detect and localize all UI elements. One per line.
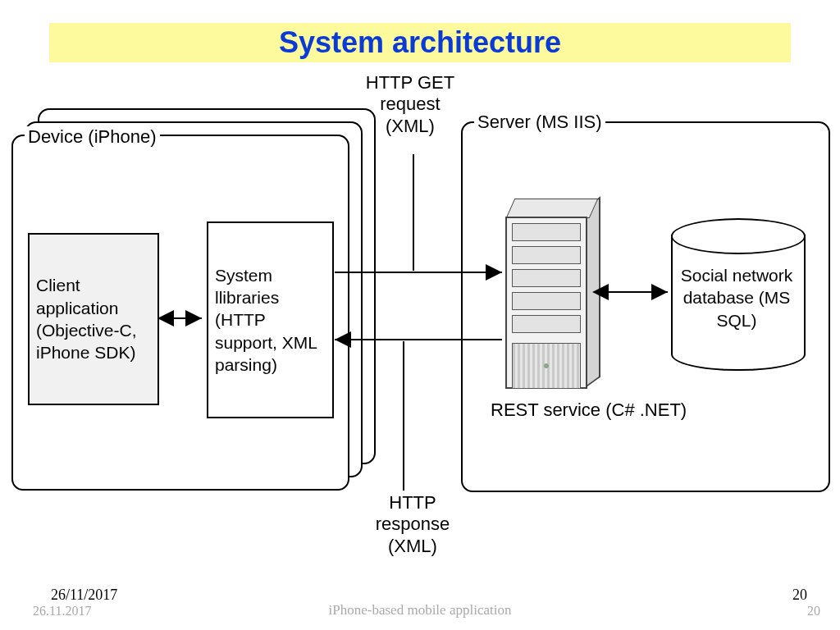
rest-service-label: REST service (C# .NET) [491,399,687,422]
footer-date-top: 26/11/2017 [51,587,117,604]
server-legend: Server (MS IIS) [474,112,605,133]
client-application-label: Client application (Objective-C, iPhone … [36,274,151,363]
device-legend: Device (iPhone) [25,126,160,148]
system-libraries-label: System llibraries (HTTP support, XML par… [215,264,326,376]
database-icon: Social network database (MS SQL) [671,218,802,369]
http-response-label: HTTP response (XML) [359,492,466,557]
architecture-diagram: Device (iPhone) Client application (Obje… [11,108,829,535]
title-bar: System architecture [49,23,791,62]
footer-page-bottom: 20 [807,604,820,619]
http-get-label: HTTP GET request (XML) [361,72,459,137]
server-group: Server (MS IIS) REST service (C# .NET) S… [461,121,830,492]
footer-title: iPhone-based mobile application [0,602,840,619]
slide-title: System architecture [279,25,561,59]
client-application-box: Client application (Objective-C, iPhone … [28,233,159,405]
footer-page-top: 20 [792,587,807,604]
server-tower-icon [505,199,597,387]
system-libraries-box: System llibraries (HTTP support, XML par… [207,221,334,418]
database-label: Social network database (MS SQL) [671,264,802,331]
device-frame-front: Device (iPhone) Client application (Obje… [11,135,349,491]
slide: System architecture Device (iPhone) Clie… [0,0,840,630]
